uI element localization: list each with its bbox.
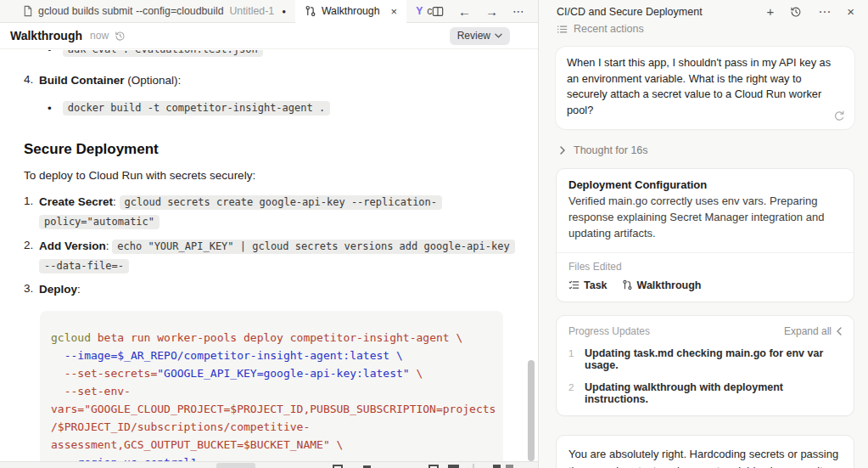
- text: You are absolutely right. Hardcoding sec…: [568, 448, 841, 468]
- code-line: --region=us-central1: [51, 454, 493, 461]
- chevron-left-icon: [837, 327, 842, 335]
- close-panel-icon[interactable]: ×: [847, 5, 854, 18]
- assistant-panel-header: CI/CD and Secure Deployment + ⋯ ×: [539, 0, 868, 21]
- thought-label: Thought for 16s: [574, 144, 648, 156]
- list-item: • docker build -t competitor-insight-age…: [24, 101, 538, 116]
- toolbar-icon-fragment: [493, 465, 501, 468]
- progress-item-text: Updating walkthrough with deployment ins…: [585, 381, 842, 405]
- code-block: gcloud beta run worker-pools deploy comp…: [40, 311, 503, 461]
- modified-dot-icon: ●: [282, 8, 286, 15]
- toolbar-icon-fragment: [506, 465, 513, 468]
- code-line: --set-env-: [51, 382, 493, 400]
- tab-title: Walkthrough: [322, 5, 380, 17]
- list-item: 4. Build Container (Optional):: [24, 70, 538, 90]
- user-message-text: When I start this app, I shouldn't pass …: [567, 56, 831, 116]
- bold-text: Deploy: [39, 283, 77, 296]
- new-conversation-icon[interactable]: +: [766, 5, 774, 18]
- inline-code: --data-file=-: [39, 259, 129, 273]
- section-heading: Secure Deployment: [24, 141, 538, 158]
- file-chip-walkthrough[interactable]: Walkthrough: [622, 279, 702, 291]
- checklist-icon: [568, 279, 580, 290]
- user-message: When I start this app, I shouldn't pass …: [556, 47, 854, 129]
- list-item: 1. Create Secret: gcloud secrets create …: [24, 192, 538, 231]
- bullet: •: [48, 102, 52, 115]
- bottom-toolbar-clipped: [0, 461, 538, 468]
- code-line: /$PROJECT_ID/subscriptions/competitive-: [51, 418, 493, 436]
- file-chip-label: Task: [584, 279, 608, 291]
- bullet: •: [48, 50, 52, 56]
- yaml-file-icon: Y: [416, 5, 423, 17]
- response-paragraph: You are absolutely right. Hardcoding sec…: [568, 446, 842, 468]
- more-options-icon[interactable]: ⋯: [818, 5, 831, 18]
- walkthrough-route-icon: [305, 5, 316, 17]
- tab-walkthrough[interactable]: Walkthrough ×: [295, 0, 406, 23]
- tab-untitled-1[interactable]: gcloud builds submit --config=cloudbuild…: [13, 0, 295, 22]
- list-item: • adk eval . evaluation.test.json: [24, 50, 538, 57]
- list-item: 2. Add Version: echo "YOUR_API_KEY" | gc…: [24, 236, 538, 275]
- inline-code: docker build -t competitor-insight-agent…: [63, 101, 330, 116]
- code-line: vars="GOOGLE_CLOUD_PROJECT=$PROJECT_ID,P…: [51, 400, 493, 418]
- list-number: 2.: [24, 236, 39, 275]
- inline-code: gcloud secrets create google-api-key --r…: [120, 195, 442, 210]
- toolbar-icon-fragment: [428, 465, 439, 468]
- progress-item[interactable]: 1 Updating task.md checking main.go for …: [568, 347, 842, 371]
- tab-cloudbuild-partial[interactable]: Y cl: [406, 0, 432, 22]
- progress-updates-card: Progress Updates Expand all 1 Updating t…: [556, 315, 854, 416]
- paragraph: To deploy to Cloud Run with secrets secu…: [24, 169, 538, 182]
- tab-bar-actions: ← → ⋯: [432, 0, 538, 22]
- forward-icon[interactable]: →: [485, 4, 498, 19]
- text: :: [77, 283, 81, 296]
- card-body: Verified main.go correctly uses env vars…: [568, 194, 842, 242]
- split-editor-icon[interactable]: [432, 6, 444, 17]
- conversation-title: CI/CD and Secure Deployment: [557, 6, 703, 18]
- tab-bar-spacer: [0, 0, 13, 22]
- file-icon: [22, 5, 33, 17]
- toolbar-pill-fragment: [216, 463, 255, 468]
- deployment-configuration-card: Deployment Configuration Verified main.g…: [556, 168, 854, 302]
- list-icon: [557, 24, 568, 35]
- list-number: 1.: [24, 192, 39, 231]
- ordered-list: 1. Create Secret: gcloud secrets create …: [24, 192, 538, 299]
- code-line: --set-secrets="GOOGLE_API_KEY=google-api…: [51, 364, 493, 382]
- history-icon[interactable]: [790, 6, 802, 18]
- back-icon[interactable]: ←: [458, 4, 471, 19]
- file-chip-task[interactable]: Task: [568, 279, 608, 291]
- inline-code: policy="automatic": [39, 215, 160, 229]
- thought-toggle[interactable]: Thought for 16s: [560, 144, 868, 156]
- tab-untitled-badge: Untitled-1: [229, 5, 274, 17]
- review-button-label: Review: [457, 30, 490, 42]
- close-tab-icon[interactable]: ×: [391, 5, 398, 18]
- chevron-right-icon: [560, 146, 565, 155]
- progress-item-number: 1: [568, 348, 585, 358]
- recent-actions-label: Recent actions: [574, 23, 644, 35]
- restore-checkpoint-icon[interactable]: [833, 110, 845, 121]
- editor-pane: gcloud builds submit --config=cloudbuild…: [0, 0, 538, 468]
- code-line: gcloud beta run worker-pools deploy comp…: [51, 329, 493, 347]
- text: :: [113, 195, 120, 208]
- files-edited-section: Files Edited Task: [557, 252, 854, 302]
- toolbar-icon-fragment: [333, 465, 343, 468]
- list-number: 4.: [24, 70, 39, 90]
- toolbar-divider-fragment: [473, 464, 474, 468]
- files-edited-label: Files Edited: [568, 261, 842, 273]
- progress-item[interactable]: 2 Updating walkthrough with deployment i…: [568, 381, 842, 405]
- file-chip-label: Walkthrough: [637, 279, 702, 291]
- list-item: 3. Deploy:: [24, 279, 538, 299]
- tab-bar: gcloud builds submit --config=cloudbuild…: [0, 0, 538, 23]
- recent-actions-row[interactable]: Recent actions: [539, 21, 868, 35]
- progress-item-text: Updating task.md checking main.go for en…: [585, 347, 842, 371]
- card-title: Deployment Configuration: [568, 178, 842, 191]
- progress-updates-label: Progress Updates: [568, 325, 650, 337]
- tab-title: gcloud builds submit --config=cloudbuild: [38, 5, 223, 17]
- expand-all-button[interactable]: Expand all: [784, 325, 842, 337]
- vertical-scrollbar[interactable]: [528, 360, 535, 461]
- text: (Optional):: [125, 74, 182, 87]
- progress-item-number: 2: [568, 382, 585, 392]
- review-button[interactable]: Review: [450, 27, 510, 45]
- list-number: 3.: [24, 279, 39, 299]
- code-line: --image=$_AR_REPO/competitor-insight-age…: [51, 347, 493, 364]
- timestamp: now: [90, 30, 109, 42]
- history-clock-icon[interactable]: [115, 31, 126, 42]
- more-actions-icon[interactable]: ⋯: [512, 4, 525, 18]
- inline-code: adk eval . evaluation.test.json: [63, 50, 263, 57]
